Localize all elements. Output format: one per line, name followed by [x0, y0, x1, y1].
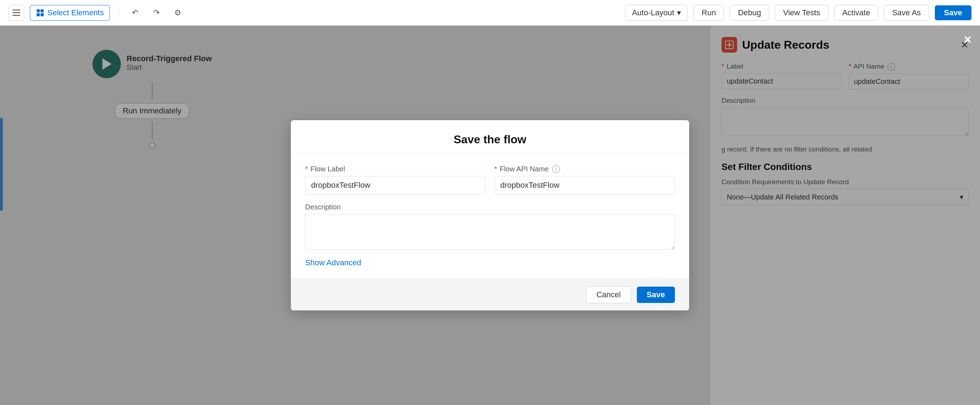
save-modal: Save the flow * Flow Label * Flow AP	[291, 120, 689, 311]
modal-flow-api-name-field: * Flow API Name i	[494, 165, 675, 195]
view-tests-button[interactable]: View Tests	[775, 5, 828, 21]
save-button[interactable]: Save	[935, 5, 972, 20]
svg-rect-3	[37, 9, 40, 13]
debug-button[interactable]: Debug	[730, 5, 769, 21]
flow-api-name-info-icon: i	[552, 165, 560, 173]
modal-flow-label-label: * Flow Label	[305, 165, 486, 173]
view-tests-label: View Tests	[783, 8, 820, 17]
save-as-label: Save As	[892, 8, 921, 17]
autolayout-chevron-icon: ▾	[677, 8, 681, 17]
save-label: Save	[944, 8, 962, 17]
svg-rect-2	[13, 15, 20, 16]
modal-flow-api-name-label: * Flow API Name i	[494, 165, 675, 173]
modal-save-label: Save	[647, 290, 665, 299]
activate-button[interactable]: Activate	[834, 5, 878, 21]
overlay-close-button[interactable]: ✕	[963, 34, 972, 46]
toolbar-left: Select Elements ↶ ↷ ⚙	[8, 5, 186, 21]
modal-cancel-label: Cancel	[596, 290, 620, 299]
modal-description-label: Description	[305, 203, 675, 211]
modal-cancel-button[interactable]: Cancel	[586, 286, 631, 303]
modal-header: Save the flow	[291, 120, 689, 154]
svg-rect-5	[37, 13, 40, 16]
modal-description-textarea[interactable]	[305, 214, 675, 249]
modal-title: Save the flow	[305, 133, 675, 146]
required-star-flow-api: *	[494, 165, 497, 173]
modal-flow-label-input[interactable]	[305, 176, 486, 194]
modal-footer: Cancel Save	[291, 279, 689, 310]
modal-flow-label-field: * Flow Label	[305, 165, 486, 195]
run-label: Run	[702, 8, 716, 17]
run-button[interactable]: Run	[694, 5, 724, 21]
toolbar-divider	[118, 7, 119, 19]
modal-flow-api-name-input[interactable]	[494, 176, 675, 194]
debug-label: Debug	[738, 8, 761, 17]
save-as-button[interactable]: Save As	[884, 5, 929, 21]
select-elements-button[interactable]: Select Elements	[30, 5, 110, 21]
svg-rect-0	[13, 10, 20, 11]
autolayout-button[interactable]: Auto-Layout ▾	[625, 5, 688, 21]
toolbar: Select Elements ↶ ↷ ⚙ Auto-Layout ▾ Run …	[0, 0, 980, 25]
undo-button[interactable]: ↶	[127, 5, 143, 21]
svg-rect-6	[41, 13, 44, 16]
show-advanced-button[interactable]: Show Advanced	[305, 258, 361, 267]
activate-label: Activate	[842, 8, 870, 17]
select-elements-label: Select Elements	[47, 8, 104, 17]
required-star-flow-label: *	[305, 165, 308, 173]
settings-button[interactable]: ⚙	[170, 5, 186, 21]
toolbar-right: Auto-Layout ▾ Run Debug View Tests Activ…	[625, 5, 972, 21]
sidebar-toggle-button[interactable]	[8, 5, 24, 21]
modal-form-row-1: * Flow Label * Flow API Name i	[305, 165, 675, 195]
modal-overlay: ✕ Save the flow * Flow Label *	[0, 25, 980, 405]
redo-button[interactable]: ↷	[149, 5, 164, 21]
show-advanced-label: Show Advanced	[305, 258, 361, 267]
svg-rect-4	[41, 9, 44, 13]
modal-save-button[interactable]: Save	[637, 287, 675, 303]
modal-body: * Flow Label * Flow API Name i	[291, 154, 689, 279]
svg-rect-1	[13, 12, 20, 13]
autolayout-label: Auto-Layout	[632, 8, 674, 17]
modal-description-field: Description	[305, 203, 675, 249]
canvas-area: Record-Triggered Flow Start Run Immediat…	[0, 25, 980, 405]
